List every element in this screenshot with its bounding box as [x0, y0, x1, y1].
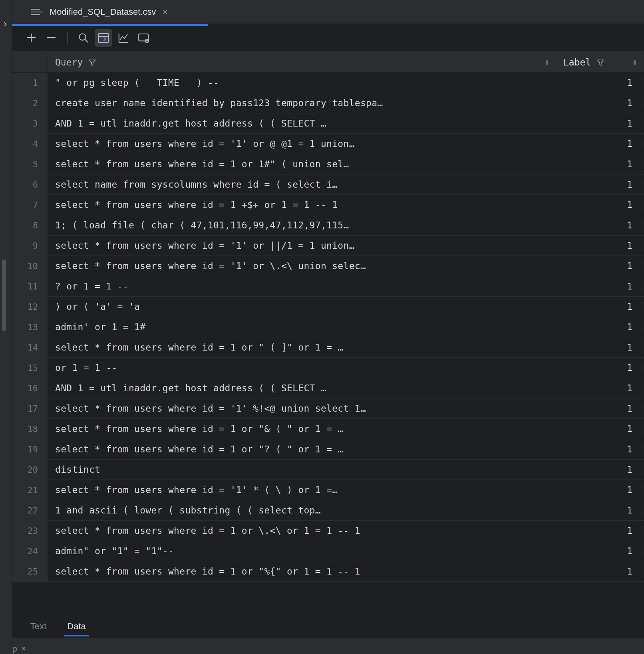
table-row[interactable]: 17 select * from users where id = '1' %!… [0, 398, 644, 419]
cell-label[interactable]: 1 [556, 118, 644, 129]
table-row[interactable]: 25 select * from users where id = 1 or "… [0, 561, 644, 582]
editor-tab-active[interactable]: Modified_SQL_Dataset.csv × [20, 0, 179, 24]
table-row[interactable]: 221 and ascii ( lower ( substring ( ( se… [0, 500, 644, 521]
cell-label[interactable]: 1 [556, 322, 644, 332]
cell-label[interactable]: 1 [556, 281, 644, 291]
filter-icon[interactable] [596, 58, 604, 66]
column-header-label-col[interactable]: Label ▲▼ [556, 52, 644, 72]
table-row[interactable]: 12 ) or ( 'a' = 'a1 [0, 297, 644, 317]
table-row[interactable]: 3 AND 1 = utl_inaddr.get_host_address ( … [0, 113, 644, 134]
cell-label[interactable]: 1 [556, 240, 644, 251]
table-row[interactable]: 15or 1 = 1 --1 [0, 358, 644, 378]
cell-label[interactable]: 1 [556, 505, 644, 515]
cell-label[interactable]: 1 [556, 525, 644, 536]
cell-query[interactable]: admin' or 1 = 1# [48, 322, 556, 332]
cell-label[interactable]: 1 [556, 342, 644, 353]
table-row[interactable]: 24admin" or "1" = "1"--1 [0, 541, 644, 561]
add-row-button[interactable] [22, 29, 40, 47]
filter-icon[interactable] [88, 58, 96, 66]
tab-filename: Modified_SQL_Dataset.csv [50, 7, 156, 17]
cell-query[interactable]: select name from syscolumns where id = (… [48, 179, 556, 190]
cell-label[interactable]: 1 [556, 424, 644, 434]
column-header-row: Query ▲▼ Label ▲▼ [0, 52, 644, 73]
cell-label[interactable]: 1 [556, 464, 644, 475]
cell-query[interactable]: select * from users where id = '1' or @ … [48, 139, 556, 149]
close-icon[interactable]: × [21, 644, 26, 654]
table-row[interactable]: 4 select * from users where id = '1' or … [0, 134, 644, 154]
cell-label[interactable]: 1 [556, 220, 644, 230]
table-row[interactable]: 18 select * from users where id = 1 or "… [0, 419, 644, 439]
cell-query[interactable]: create user name identified by pass123 t… [48, 98, 556, 108]
cell-label[interactable]: 1 [556, 566, 644, 577]
cell-query[interactable]: select * from users where id = '1' * ( \… [48, 485, 556, 495]
bottom-toolwindow-bar: app × [0, 637, 644, 654]
cell-query[interactable]: AND 1 = utl_inaddr.get_host_address ( ( … [48, 118, 556, 129]
sort-icon[interactable]: ▲▼ [545, 59, 549, 65]
cell-query[interactable]: 1 and ascii ( lower ( substring ( ( sele… [48, 505, 556, 515]
cell-label[interactable]: 1 [556, 546, 644, 556]
cell-query[interactable]: or 1 = 1 -- [48, 363, 556, 373]
filter-criteria-button[interactable] [95, 29, 112, 47]
cell-query[interactable]: select * from users where id = 1 or "%{"… [48, 566, 556, 577]
table-row[interactable]: 2create user name identified by pass123 … [0, 93, 644, 113]
cell-label[interactable]: 1 [556, 403, 644, 414]
cell-query[interactable]: admin" or "1" = "1"-- [48, 546, 556, 556]
cell-query[interactable]: select * from users where id = '1' or ||… [48, 240, 556, 251]
table-row[interactable]: 6 select name from syscolumns where id =… [0, 174, 644, 195]
cell-query[interactable]: select * from users where id = 1 or "? (… [48, 444, 556, 454]
cell-query[interactable]: ) or ( 'a' = 'a [48, 301, 556, 312]
table-row[interactable]: 7select * from users where id = 1 +$+ or… [0, 195, 644, 215]
cell-query[interactable]: select * from users where id = '1' or \.… [48, 261, 556, 271]
table-row[interactable]: 16 AND 1 = utl_inaddr.get_host_address (… [0, 378, 644, 398]
cell-label[interactable]: 1 [556, 179, 644, 190]
table-row[interactable]: 81; ( load_file ( char ( 47,101,116,99,4… [0, 215, 644, 236]
cell-label[interactable]: 1 [556, 363, 644, 373]
table-row[interactable]: 23select * from users where id = 1 or \.… [0, 521, 644, 541]
cell-query[interactable]: select * from users where id = 1 or 1#" … [48, 159, 556, 169]
chevron-right-icon[interactable]: › [2, 18, 8, 30]
remove-row-button[interactable] [42, 29, 60, 47]
table-row[interactable]: 19 select * from users where id = 1 or "… [0, 439, 644, 460]
table-view-button[interactable] [135, 29, 152, 47]
cell-query[interactable]: AND 1 = utl_inaddr.get_host_address ( ( … [48, 383, 556, 393]
cell-query[interactable]: select * from users where id = 1 or \.<\… [48, 525, 556, 536]
cell-label[interactable]: 1 [556, 159, 644, 169]
tab-data[interactable]: Data [66, 617, 87, 636]
chart-button[interactable] [115, 29, 132, 47]
table-row[interactable]: 14 select * from users where id = 1 or "… [0, 337, 644, 358]
cell-query[interactable]: ? or 1 = 1 -- [48, 281, 556, 291]
sort-icon[interactable]: ▲▼ [633, 59, 636, 65]
table-row[interactable]: 13admin' or 1 = 1#1 [0, 317, 644, 337]
cell-label[interactable]: 1 [556, 98, 644, 108]
cell-label[interactable]: 1 [556, 77, 644, 88]
search-button[interactable] [75, 29, 92, 47]
cell-query[interactable]: " or pg_sleep ( __TIME__ ) -- [48, 77, 556, 88]
table-row[interactable]: 21select * from users where id = '1' * (… [0, 480, 644, 500]
cell-query[interactable]: select * from users where id = '1' %!<@ … [48, 403, 556, 414]
cell-label[interactable]: 1 [556, 261, 644, 271]
cell-query[interactable]: select * from users where id = 1 +$+ or … [48, 200, 556, 210]
table-row[interactable]: 10 select * from users where id = '1' or… [0, 256, 644, 276]
cell-query[interactable]: select * from users where id = 1 or "& (… [48, 424, 556, 434]
cell-label[interactable]: 1 [556, 139, 644, 149]
svg-rect-4 [139, 34, 149, 41]
table-row[interactable]: 20distinct1 [0, 460, 644, 480]
cell-query[interactable]: distinct [48, 464, 556, 475]
cell-query[interactable]: select * from users where id = 1 or " ( … [48, 342, 556, 353]
cell-label[interactable]: 1 [556, 301, 644, 312]
cell-label[interactable]: 1 [556, 485, 644, 495]
cell-label[interactable]: 1 [556, 383, 644, 393]
csv-view-tabs: Text Data [0, 615, 644, 637]
close-icon[interactable]: × [163, 6, 168, 18]
cell-label[interactable]: 1 [556, 444, 644, 454]
table-row[interactable]: 5 select * from users where id = 1 or 1#… [0, 154, 644, 174]
table-row[interactable]: 11? or 1 = 1 --1 [0, 276, 644, 297]
tab-text[interactable]: Text [29, 617, 48, 636]
tool-window-stripe: › [0, 0, 12, 654]
table-row[interactable]: 1" or pg_sleep ( __TIME__ ) --1 [0, 73, 644, 93]
column-header-query[interactable]: Query ▲▼ [48, 52, 556, 72]
cell-label[interactable]: 1 [556, 200, 644, 210]
data-grid[interactable]: 1" or pg_sleep ( __TIME__ ) --12create u… [0, 73, 644, 615]
cell-query[interactable]: 1; ( load_file ( char ( 47,101,116,99,47… [48, 220, 556, 230]
table-row[interactable]: 9 select * from users where id = '1' or … [0, 236, 644, 256]
